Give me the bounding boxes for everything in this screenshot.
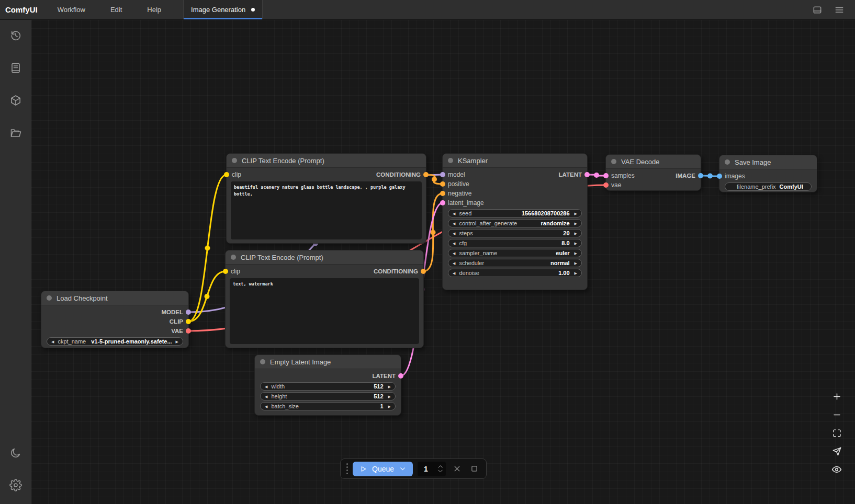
menu-edit[interactable]: Edit — [98, 0, 134, 19]
node-load-checkpoint[interactable]: Load Checkpoint MODEL CLIP VAE ◀ ckpt_na… — [41, 291, 189, 348]
settings-button[interactable] — [5, 475, 26, 496]
sidebar-node-library-button[interactable] — [5, 58, 26, 78]
output-port-clip[interactable] — [186, 319, 191, 324]
node-clip-text-encode-positive[interactable]: CLIP Text Encode (Prompt) clip CONDITION… — [226, 153, 426, 244]
sidebar-model-library-button[interactable] — [5, 90, 26, 111]
output-port-model[interactable] — [186, 310, 191, 315]
collapse-dot[interactable] — [231, 255, 236, 260]
input-port-images[interactable] — [717, 174, 722, 179]
step-left-icon[interactable]: ◀ — [51, 340, 54, 343]
node-empty-latent-image[interactable]: Empty Latent Image LATENT ◀ width 512 ▶ … — [254, 354, 401, 416]
app-logo[interactable]: ComfyUI — [0, 0, 45, 19]
widget-height[interactable]: ◀ height 512 ▶ — [260, 392, 396, 400]
input-port-latent-image[interactable] — [440, 200, 445, 205]
node-header[interactable]: Save Image — [719, 155, 817, 169]
widget-cfg[interactable]: ◀ cfg 8.0 ▶ — [448, 239, 582, 247]
step-right-icon[interactable]: ▶ — [388, 395, 391, 398]
widget-batch-size[interactable]: ◀ batch_size 1 ▶ — [260, 402, 396, 410]
input-port-clip[interactable] — [223, 269, 228, 274]
input-port-model[interactable] — [440, 172, 445, 177]
zoom-out-button[interactable] — [830, 408, 843, 421]
step-left-icon[interactable]: ◀ — [453, 222, 455, 225]
widget-steps[interactable]: ◀ steps 20 ▶ — [448, 229, 582, 237]
collapse-dot[interactable] — [611, 159, 616, 164]
output-port-latent[interactable] — [584, 172, 590, 177]
batch-count-input[interactable]: 1 — [418, 462, 446, 476]
output-port-conditioning[interactable] — [421, 269, 426, 274]
zoom-in-button[interactable] — [830, 390, 843, 403]
collapse-dot[interactable] — [47, 295, 52, 301]
widget-ckpt-name[interactable]: ◀ ckpt_name v1-5-pruned-emaonly.safete..… — [47, 337, 183, 346]
node-header[interactable]: Load Checkpoint — [41, 291, 188, 305]
collapse-dot[interactable] — [448, 158, 453, 163]
collapse-dot[interactable] — [725, 159, 730, 165]
step-right-icon[interactable]: ▶ — [575, 261, 577, 265]
workflow-tab-image-generation[interactable]: Image Generation — [183, 0, 263, 19]
step-left-icon[interactable]: ◀ — [265, 395, 267, 398]
widget-denoise[interactable]: ◀ denoise 1.00 ▶ — [448, 269, 582, 277]
node-save-image[interactable]: Save Image images filename_prefix ComfyU… — [719, 155, 817, 192]
node-clip-text-encode-negative[interactable]: CLIP Text Encode (Prompt) clip CONDITION… — [225, 250, 424, 348]
input-port-positive[interactable] — [440, 181, 445, 187]
fit-view-button[interactable] — [830, 427, 843, 439]
widget-width[interactable]: ◀ width 512 ▶ — [260, 382, 396, 391]
output-port-image[interactable] — [698, 173, 703, 178]
step-left-icon[interactable]: ◀ — [453, 212, 455, 215]
step-left-icon[interactable]: ◀ — [453, 232, 455, 235]
collapse-dot[interactable] — [260, 359, 265, 364]
input-port-vae[interactable] — [603, 182, 609, 188]
sidebar-workflows-button[interactable] — [5, 122, 26, 143]
clear-queue-button[interactable] — [451, 463, 463, 475]
toggle-links-button[interactable] — [830, 463, 843, 476]
input-port-negative[interactable] — [440, 191, 445, 196]
output-port-latent[interactable] — [398, 373, 403, 379]
step-left-icon[interactable]: ◀ — [453, 242, 455, 245]
step-left-icon[interactable]: ◀ — [453, 271, 455, 275]
widget-filename-prefix[interactable]: filename_prefix ComfyUI — [725, 182, 812, 191]
node-header[interactable]: CLIP Text Encode (Prompt) — [227, 154, 426, 168]
widget-scheduler[interactable]: ◀ scheduler normal ▶ — [448, 259, 582, 267]
sidebar-queue-history-button[interactable] — [5, 25, 26, 46]
node-header[interactable]: CLIP Text Encode (Prompt) — [226, 250, 423, 265]
collapse-dot[interactable] — [232, 158, 237, 163]
batch-count-spinner[interactable] — [437, 464, 443, 473]
step-right-icon[interactable]: ▶ — [388, 405, 391, 408]
queue-panel-button[interactable] — [468, 463, 480, 475]
chevron-down-icon[interactable] — [399, 465, 407, 473]
step-left-icon[interactable]: ◀ — [453, 251, 455, 255]
step-right-icon[interactable]: ▶ — [575, 251, 577, 255]
step-right-icon[interactable]: ▶ — [575, 222, 577, 225]
node-vae-decode[interactable]: VAE Decode samples IMAGE vae — [605, 154, 701, 191]
input-port-clip[interactable] — [224, 172, 229, 177]
node-header[interactable]: KSampler — [443, 154, 587, 168]
menu-workflow[interactable]: Workflow — [45, 0, 98, 19]
main-menu-button[interactable] — [832, 3, 847, 17]
step-right-icon[interactable]: ▶ — [575, 232, 577, 235]
prompt-textarea[interactable]: beautiful scenery nature glass bottle la… — [231, 181, 422, 239]
widget-control-after-generate[interactable]: ◀ control_after_generate randomize ▶ — [448, 219, 582, 227]
output-port-vae[interactable] — [186, 328, 191, 334]
input-port-samples[interactable] — [603, 173, 609, 178]
queue-button[interactable]: Queue — [353, 462, 413, 476]
step-right-icon[interactable]: ▶ — [575, 212, 577, 215]
step-right-icon[interactable]: ▶ — [575, 242, 577, 245]
node-header[interactable]: VAE Decode — [606, 155, 701, 169]
drag-handle[interactable] — [346, 463, 348, 474]
widget-seed[interactable]: ◀ seed 156680208700286 ▶ — [448, 209, 582, 217]
theme-toggle-button[interactable] — [5, 442, 26, 463]
prompt-textarea[interactable]: text, watermark — [230, 278, 419, 344]
node-canvas[interactable]: Load Checkpoint MODEL CLIP VAE ◀ ckpt_na… — [31, 20, 855, 504]
chevron-up-icon[interactable] — [437, 464, 443, 468]
step-right-icon[interactable]: ▶ — [176, 340, 178, 343]
step-left-icon[interactable]: ◀ — [265, 405, 267, 408]
step-left-icon[interactable]: ◀ — [453, 261, 455, 265]
node-header[interactable]: Empty Latent Image — [255, 355, 401, 369]
node-ksampler[interactable]: KSampler model LATENT positive negative … — [442, 153, 588, 290]
select-mode-button[interactable] — [830, 445, 843, 457]
bottom-panel-toggle-button[interactable] — [810, 3, 825, 17]
step-left-icon[interactable]: ◀ — [265, 385, 267, 388]
step-right-icon[interactable]: ▶ — [388, 385, 391, 388]
output-port-conditioning[interactable] — [423, 172, 429, 177]
menu-help[interactable]: Help — [134, 0, 174, 19]
step-right-icon[interactable]: ▶ — [575, 271, 577, 275]
